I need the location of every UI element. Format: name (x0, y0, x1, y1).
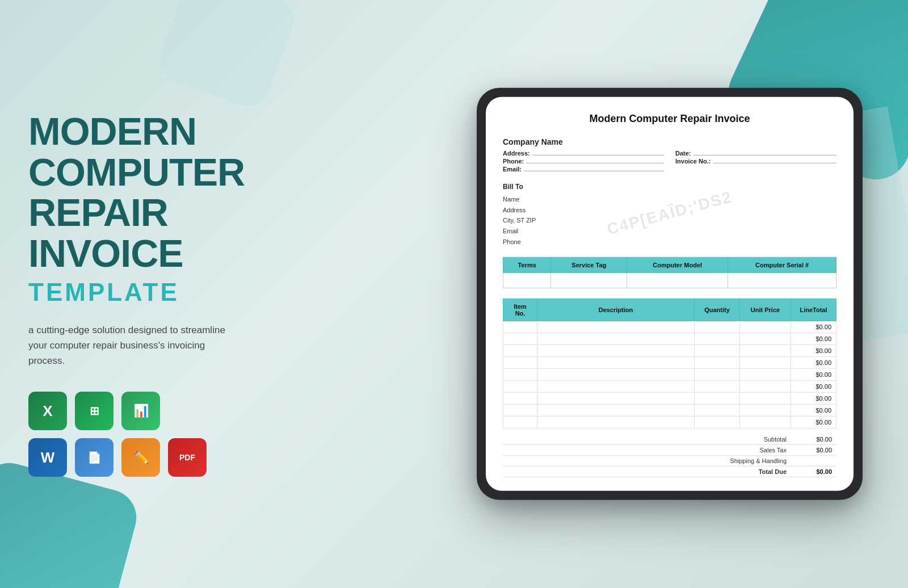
description: a cutting-edge solution designed to stre… (28, 322, 244, 369)
invoice-title: Modern Computer Repair Invoice (503, 113, 836, 125)
service-col-model: Computer Model (627, 258, 728, 273)
email-line (524, 171, 664, 171)
item-row: $0.00 (503, 369, 836, 381)
items-table: Item No. Description Quantity Unit Price… (503, 299, 836, 429)
col-line-total: LineTotal (791, 299, 836, 321)
sub-title: TEMPLATE (28, 278, 267, 306)
phone-mockup: Modern Computer Repair Invoice Company N… (477, 88, 863, 500)
excel-icon: X (28, 392, 67, 430)
gdocs-icon: 📄 (75, 438, 114, 477)
phone-inner: Modern Computer Repair Invoice Company N… (486, 97, 854, 491)
date-field: Date: (675, 150, 836, 157)
icon-row-1: X ⊞ 📊 (28, 392, 160, 430)
invoice-no-line (713, 163, 836, 163)
item-row: $0.00 (503, 333, 836, 345)
item-row: $0.00 (503, 405, 836, 417)
phone-line (526, 163, 664, 163)
item-row: $0.00 (503, 357, 836, 369)
app-icons-container: X ⊞ 📊 W 📄 ✏️ PDF (28, 392, 221, 477)
invoice-no-field: Invoice No.: (675, 158, 836, 165)
icon-row-2: W 📄 ✏️ PDF (28, 438, 207, 477)
item-row: $0.00 (503, 345, 836, 357)
invoice-content: Modern Computer Repair Invoice Company N… (486, 97, 854, 491)
address-line (532, 155, 664, 156)
main-title: MODERNCOMPUTERREPAIRINVOICE (28, 111, 267, 274)
service-col-tag: Service Tag (551, 258, 627, 273)
sales-tax-row: Sales Tax $0.00 (503, 445, 836, 456)
bill-to-details: Name Address City, ST ZIP Email Phone (503, 194, 836, 247)
address-field: Address: (503, 150, 664, 157)
bill-to-section: Bill To Name Address City, ST ZIP Email … (503, 183, 836, 247)
phone-frame: Modern Computer Repair Invoice Company N… (477, 88, 863, 500)
email-field: Email: (503, 166, 664, 173)
col-item-no: Item No. (503, 299, 537, 321)
company-name: Company Name (503, 137, 664, 146)
service-row (503, 273, 836, 288)
pdf-icon: PDF (168, 438, 207, 477)
phone-field: Phone: (503, 158, 664, 165)
item-row: $0.00 (503, 393, 836, 405)
item-row: $0.00 (503, 321, 836, 333)
gsheets-icon: ⊞ (75, 392, 114, 430)
date-line (693, 155, 836, 156)
col-quantity: Quantity (695, 299, 740, 321)
totals-section: Subtotal $0.00 Sales Tax $0.00 Shipping … (503, 434, 836, 477)
service-col-terms: Terms (503, 258, 551, 273)
item-row: $0.00 (503, 417, 836, 429)
item-row: $0.00 (503, 381, 836, 393)
service-table: Terms Service Tag Computer Model Compute… (503, 257, 836, 288)
service-col-serial: Computer Serial # (728, 258, 836, 273)
total-due-row: Total Due $0.00 (503, 467, 836, 477)
col-description: Description (537, 299, 695, 321)
company-section: Company Name Address: Date: Phone: (503, 137, 836, 173)
col-unit-price: Unit Price (740, 299, 791, 321)
shipping-row: Shipping & Handling (503, 456, 836, 467)
subtotal-row: Subtotal $0.00 (503, 434, 836, 445)
word-icon: W (28, 438, 67, 477)
pages-icon: ✏️ (121, 438, 160, 477)
bill-to-title: Bill To (503, 183, 836, 191)
left-panel: MODERNCOMPUTERREPAIRINVOICE TEMPLATE a c… (0, 0, 295, 588)
numbers-icon: 📊 (121, 392, 160, 430)
